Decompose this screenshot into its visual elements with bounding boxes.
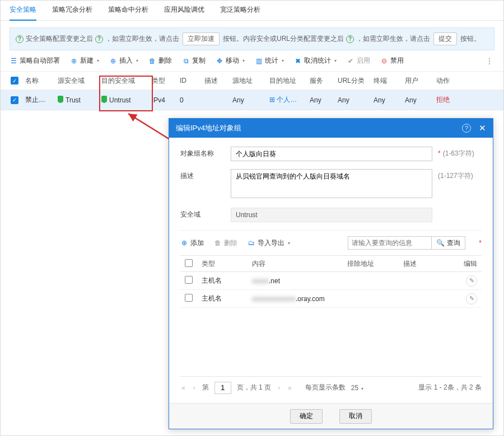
page-input[interactable] bbox=[214, 382, 231, 394]
next-page-icon[interactable]: › bbox=[277, 384, 281, 392]
tab-broad[interactable]: 宽泛策略分析 bbox=[220, 1, 260, 21]
page-label: 第 bbox=[202, 383, 209, 392]
cancel-icon: ✖ bbox=[294, 57, 302, 65]
cancel-stats-button[interactable]: ✖取消统计▾ bbox=[294, 56, 337, 65]
page-total: 页，共 1 页 bbox=[237, 383, 271, 392]
icol-edit[interactable]: 编辑 bbox=[449, 259, 482, 269]
select-all-checkbox[interactable]: ✓ bbox=[11, 77, 18, 85]
per-page-value[interactable]: 25 ▾ bbox=[351, 384, 364, 392]
inner-table-row[interactable]: 主机名 xxxxx.net ✎ bbox=[180, 272, 482, 290]
col-type[interactable]: 类型 bbox=[148, 76, 176, 86]
help-icon[interactable]: ? bbox=[95, 35, 103, 43]
chevron-down-icon: ▾ bbox=[97, 58, 99, 63]
close-icon[interactable]: ✕ bbox=[479, 123, 486, 133]
row-checkbox[interactable] bbox=[185, 294, 193, 302]
icol-desc[interactable]: 描述 bbox=[399, 259, 449, 269]
auto-deploy-button[interactable]: ☰策略自动部署 bbox=[10, 56, 60, 65]
prev-page-icon[interactable]: ‹ bbox=[192, 384, 197, 392]
accelerate-button[interactable]: 立即加速 bbox=[183, 32, 220, 45]
last-page-icon[interactable]: » bbox=[287, 384, 293, 392]
delete-button[interactable]: 🗑删除 bbox=[214, 238, 237, 248]
copy-icon: ⧉ bbox=[182, 57, 190, 65]
search-button[interactable]: 🔍查询 bbox=[432, 236, 465, 250]
cell-user: Any bbox=[402, 96, 433, 104]
required-star: * bbox=[479, 239, 482, 247]
more-icon[interactable]: ⋮ bbox=[486, 57, 494, 65]
search-input[interactable] bbox=[348, 236, 432, 250]
shield-icon bbox=[101, 96, 107, 102]
col-src-addr[interactable]: 源地址 bbox=[229, 76, 266, 86]
notice-text: ，如需立即生效，请点击 bbox=[105, 34, 179, 44]
stats-button[interactable]: ▥统计▾ bbox=[255, 56, 284, 65]
col-dst-addr[interactable]: 目的地址 bbox=[266, 76, 306, 86]
delete-button[interactable]: 🗑删除 bbox=[148, 56, 172, 65]
help-icon[interactable]: ? bbox=[346, 35, 354, 43]
trash-icon: 🗑 bbox=[148, 57, 156, 65]
new-button[interactable]: ⊕新建▾ bbox=[70, 56, 99, 65]
copy-button[interactable]: ⧉复制 bbox=[182, 56, 206, 65]
col-svc[interactable]: 服务 bbox=[306, 76, 334, 86]
edit-icon[interactable]: ✎ bbox=[466, 293, 477, 304]
import-export-button[interactable]: 🗂导入导出▾ bbox=[248, 238, 290, 248]
insert-button[interactable]: ⊕插入▾ bbox=[109, 56, 138, 65]
enable-button[interactable]: ✔启用 bbox=[347, 56, 370, 65]
policy-table-header: ✓ 名称 源安全域 目的安全域 类型 ID 描述 源地址 目的地址 服务 URL… bbox=[1, 71, 503, 90]
dialog-header: 编辑IPv4地址对象组 ? ✕ bbox=[169, 119, 493, 138]
submit-button[interactable]: 提交 bbox=[433, 32, 457, 45]
dialog-footer: 确定 取消 bbox=[169, 403, 493, 429]
search-icon: 🔍 bbox=[436, 239, 445, 247]
plus-icon: ⊕ bbox=[109, 57, 117, 65]
page-info: 显示 1 - 2条，共 2 条 bbox=[418, 383, 482, 392]
col-dst-zone[interactable]: 目的安全域 bbox=[98, 76, 148, 86]
cell-dst-zone: Untrust bbox=[98, 96, 148, 104]
select-all-checkbox[interactable] bbox=[185, 259, 193, 267]
col-term[interactable]: 终端 bbox=[370, 76, 402, 86]
policy-row[interactable]: ✓ 禁止个… Trust Untrust IPv4 0 Any ⊞ 个人… An… bbox=[1, 90, 503, 110]
inner-table-row[interactable]: 主机名 xxxxxxxxxxxxx.oray.com ✎ bbox=[180, 290, 482, 308]
per-page-label: 每页显示条数 bbox=[305, 383, 346, 392]
inner-table-header: 类型 内容 排除地址 描述 编辑 bbox=[180, 255, 482, 272]
chart-icon: ▥ bbox=[255, 57, 263, 65]
row-checkbox[interactable] bbox=[185, 276, 193, 284]
col-url[interactable]: URL分类 bbox=[334, 76, 370, 86]
desc-input[interactable] bbox=[231, 169, 432, 198]
col-action[interactable]: 动作 bbox=[433, 76, 455, 86]
chevron-down-icon: ▾ bbox=[334, 58, 337, 63]
icol-content[interactable]: 内容 bbox=[248, 259, 343, 269]
svg-line-0 bbox=[128, 114, 170, 139]
col-desc[interactable]: 描述 bbox=[201, 76, 229, 86]
notice-text: 按钮。内容安全或URL分类配置变更之后 bbox=[223, 34, 344, 44]
group-name-input[interactable] bbox=[231, 147, 432, 161]
cell-svc: Any bbox=[306, 96, 334, 104]
tab-redundancy[interactable]: 策略冗余分析 bbox=[52, 1, 92, 21]
move-button[interactable]: ✥移动▾ bbox=[216, 56, 245, 65]
cancel-button[interactable]: 取消 bbox=[339, 409, 372, 424]
edit-icon[interactable]: ✎ bbox=[466, 275, 477, 287]
col-user[interactable]: 用户 bbox=[402, 76, 433, 86]
first-page-icon[interactable]: « bbox=[180, 384, 186, 392]
plus-icon: ⊕ bbox=[70, 57, 78, 65]
dialog-title: 编辑IPv4地址对象组 bbox=[176, 123, 241, 133]
tab-hit[interactable]: 策略命中分析 bbox=[108, 1, 148, 21]
icol-exclude[interactable]: 排除地址 bbox=[343, 259, 399, 269]
toolbar: ☰策略自动部署 ⊕新建▾ ⊕插入▾ 🗑删除 ⧉复制 ✥移动▾ ▥统计▾ ✖取消统… bbox=[1, 50, 503, 71]
label-desc: 描述 bbox=[180, 169, 231, 181]
help-icon[interactable]: ? bbox=[462, 124, 471, 133]
col-src-zone[interactable]: 源安全域 bbox=[54, 76, 98, 86]
row-checkbox[interactable]: ✓ bbox=[11, 96, 18, 104]
tab-app-risk[interactable]: 应用风险调优 bbox=[164, 1, 204, 21]
cell-type: 主机名 bbox=[197, 294, 248, 303]
ok-button[interactable]: 确定 bbox=[290, 409, 323, 424]
icol-type[interactable]: 类型 bbox=[197, 259, 248, 269]
tab-security-policy[interactable]: 安全策略 bbox=[10, 1, 36, 21]
col-id[interactable]: ID bbox=[176, 77, 201, 85]
label-zone: 安全域 bbox=[180, 208, 231, 219]
arrow-annotation bbox=[125, 110, 175, 144]
add-button[interactable]: ⊕添加 bbox=[180, 238, 204, 248]
cell-dst-addr[interactable]: ⊞ 个人… bbox=[266, 95, 306, 105]
import-export-icon: 🗂 bbox=[248, 239, 255, 247]
disable-button[interactable]: ⊖禁用 bbox=[380, 56, 404, 65]
cell-url: Any bbox=[334, 96, 370, 104]
col-name[interactable]: 名称 bbox=[22, 76, 54, 86]
cell-content: xxxxxxxxxxxxx.oray.com bbox=[248, 295, 343, 303]
